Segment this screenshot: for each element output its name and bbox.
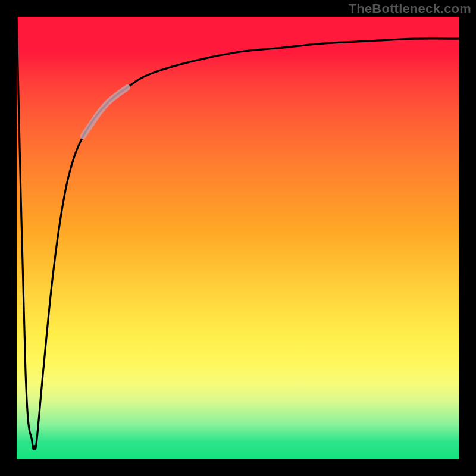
curve-svg [17, 17, 459, 459]
plot-frame [12, 17, 464, 469]
bottleneck-curve-path [17, 17, 459, 449]
watermark-text: TheBottleneck.com [349, 1, 471, 17]
chart-root: TheBottleneck.com [0, 0, 476, 476]
plot-area [17, 17, 459, 459]
bottleneck-curve-highlight [83, 87, 127, 136]
